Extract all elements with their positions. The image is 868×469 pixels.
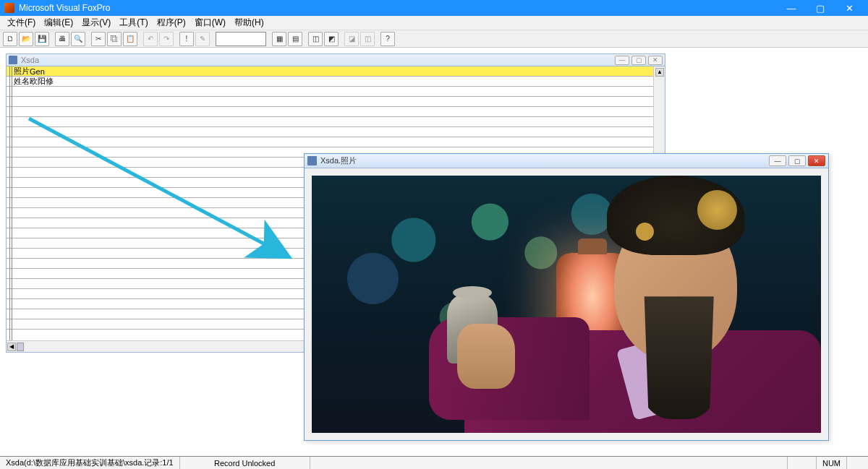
tb-db1[interactable]: ◫	[308, 32, 323, 46]
tb-new[interactable]: 🗋	[3, 32, 17, 46]
table-icon	[9, 56, 17, 64]
field-row-photo[interactable]: 照片Gen	[7, 66, 665, 77]
tb-undo[interactable]: ↶	[143, 32, 158, 46]
tb-combo[interactable]	[216, 32, 266, 46]
blank-row	[7, 117, 665, 127]
menu-program[interactable]: 程序(P)	[153, 15, 190, 30]
app-title: Microsoft Visual FoxPro	[19, 3, 777, 13]
status-num: NUM	[816, 457, 846, 469]
browse-title: Xsda	[21, 56, 613, 64]
photo-min-button[interactable]: —	[769, 155, 786, 166]
photo-titlebar[interactable]: Xsda.照片 — ▢ ✕	[305, 154, 828, 168]
tb-db2[interactable]: ◩	[324, 32, 339, 46]
app-titlebar: Microsoft Visual FoxPro — ▢ ✕	[0, 0, 868, 16]
photo-title: Xsda.照片	[320, 155, 767, 166]
menu-file[interactable]: 文件(F)	[3, 15, 40, 30]
tb-report[interactable]: ▤	[288, 32, 302, 46]
scroll-up-icon[interactable]: ▲	[655, 68, 664, 77]
blank-row	[7, 137, 665, 147]
tb-w1[interactable]: ◪	[344, 32, 359, 46]
menu-bar: 文件(F) 编辑(E) 显示(V) 工具(T) 程序(P) 窗口(W) 帮助(H…	[0, 16, 868, 30]
blank-row	[7, 97, 665, 107]
blank-row	[7, 107, 665, 117]
minimize-button[interactable]: —	[777, 0, 806, 16]
menu-view[interactable]: 显示(V)	[77, 15, 115, 30]
photo-close-button[interactable]: ✕	[808, 155, 825, 166]
menu-tools[interactable]: 工具(T)	[115, 15, 152, 30]
photo-window: Xsda.照片 — ▢ ✕	[304, 153, 829, 441]
tb-copy[interactable]: ⿻	[107, 32, 122, 46]
close-button[interactable]: ✕	[835, 0, 864, 16]
maximize-button[interactable]: ▢	[806, 0, 835, 16]
photo-max-button[interactable]: ▢	[788, 155, 806, 166]
browse-close-button[interactable]: ✕	[648, 56, 663, 65]
tb-preview[interactable]: 🔍	[71, 32, 85, 46]
status-lock: Record Unlocked	[180, 457, 310, 469]
menu-edit[interactable]: 编辑(E)	[40, 15, 77, 30]
blank-row	[7, 127, 665, 137]
menu-help[interactable]: 帮助(H)	[230, 15, 268, 30]
tb-paste[interactable]: 📋	[123, 32, 137, 46]
tb-modify[interactable]: ✎	[195, 32, 210, 46]
tb-redo[interactable]: ↷	[159, 32, 174, 46]
blank-row	[7, 87, 665, 97]
browse-titlebar[interactable]: Xsda — ▢ ✕	[7, 54, 665, 66]
tb-run[interactable]: !	[179, 32, 194, 46]
scroll-left-icon[interactable]: ◀	[7, 343, 16, 351]
status-path: Xsda(d:\数据库应用基础实训基础\xsda.记录:1/1	[0, 457, 180, 469]
photo-body	[305, 168, 828, 440]
foxpro-icon	[4, 3, 14, 13]
tb-cut[interactable]: ✂	[91, 32, 106, 46]
tb-print[interactable]: 🖶	[55, 32, 69, 46]
scroll-thumb[interactable]	[17, 343, 24, 351]
field-row-name[interactable]: 姓名欧阳修	[7, 77, 665, 87]
embedded-image	[312, 176, 821, 433]
tb-open[interactable]: 📂	[19, 32, 33, 46]
tb-form[interactable]: ▦	[272, 32, 286, 46]
menu-window[interactable]: 窗口(W)	[190, 15, 230, 30]
tb-save[interactable]: 💾	[35, 32, 49, 46]
status-bar: Xsda(d:\数据库应用基础实训基础\xsda.记录:1/1 Record U…	[0, 456, 868, 469]
browse-min-button[interactable]: —	[615, 56, 629, 65]
tb-w2[interactable]: ◫	[360, 32, 375, 46]
browse-max-button[interactable]: ▢	[631, 56, 646, 65]
toolbar: 🗋 📂 💾 🖶 🔍 ✂ ⿻ 📋 ↶ ↷ ! ✎ ▦ ▤ ◫ ◩ ◪ ◫ ?	[0, 30, 868, 48]
general-field-icon	[307, 156, 317, 165]
mdi-area: Xsda — ▢ ✕ 照片Gen 姓名欧阳修	[0, 48, 868, 456]
tb-help[interactable]: ?	[380, 32, 395, 46]
